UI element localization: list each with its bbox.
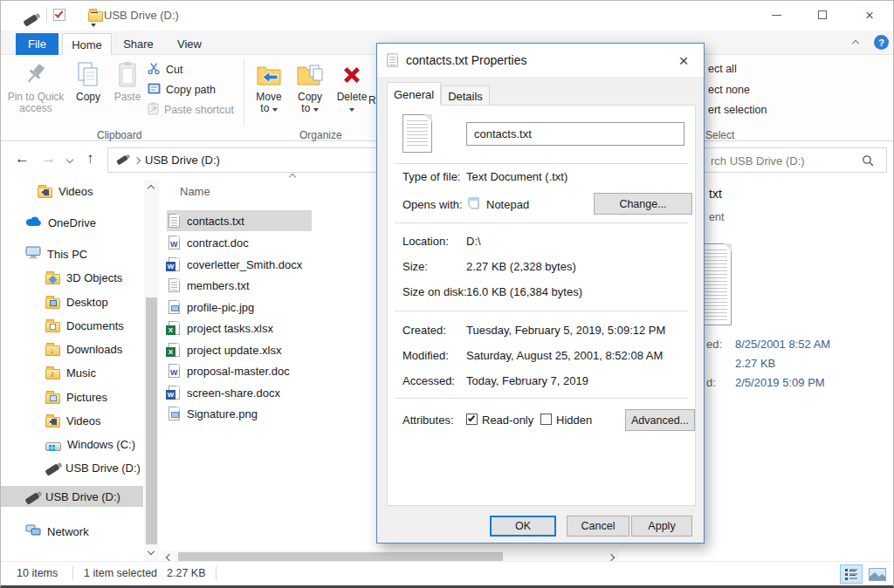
thumbnail-view-button[interactable] xyxy=(866,564,889,584)
scroll-left-icon[interactable] xyxy=(166,554,173,561)
help-icon[interactable]: ? xyxy=(874,35,889,50)
pin-to-quick-access-button[interactable]: Pin to Quick access xyxy=(6,58,65,128)
file-row-contract[interactable]: W contract.doc xyxy=(168,232,249,253)
documents-folder-icon xyxy=(45,322,60,332)
copy-label: Copy xyxy=(76,92,100,103)
apply-button[interactable]: Apply xyxy=(631,516,692,537)
maximize-button[interactable] xyxy=(803,1,842,29)
sidebar-item-usb-drive-child[interactable]: USB Drive (D:) xyxy=(45,457,141,478)
sidebar-item-network[interactable]: Network xyxy=(25,521,89,542)
file-row-contacts[interactable]: contacts.txt xyxy=(167,210,312,231)
copy-button[interactable]: Copy xyxy=(69,58,107,128)
tab-home[interactable]: Home xyxy=(62,33,112,56)
file-row-screen-share[interactable]: W screen-share.docx xyxy=(168,382,280,403)
sidebar-item-videos-quick[interactable]: Videos xyxy=(38,181,93,202)
paste-shortcut-label: Paste shortcut xyxy=(164,104,234,116)
sidebar-item-music[interactable]: ♪ Music xyxy=(45,362,96,383)
sidebar-item-desktop[interactable]: Desktop xyxy=(45,291,108,312)
sidebar-item-downloads[interactable]: ↓ Downloads xyxy=(45,338,122,359)
scroll-down-icon[interactable] xyxy=(148,548,155,555)
readonly-checkbox[interactable] xyxy=(466,414,478,425)
search-icon[interactable] xyxy=(862,154,874,170)
properties-check-icon[interactable] xyxy=(53,9,65,21)
desktop-folder-icon xyxy=(45,298,60,309)
column-header-name[interactable]: Name xyxy=(180,185,210,198)
paste-shortcut-button[interactable]: Paste shortcut xyxy=(148,100,234,120)
tab-general[interactable]: General xyxy=(387,82,441,106)
advanced-button[interactable]: Advanced... xyxy=(625,409,695,431)
details-view-button[interactable] xyxy=(840,564,863,584)
file-row-project-update[interactable]: X project update.xlsx xyxy=(168,339,281,360)
select-none-item[interactable]: ect none xyxy=(708,84,750,96)
back-button[interactable]: ← xyxy=(15,150,30,168)
sidebar-item-pictures[interactable]: Pictures xyxy=(45,386,107,407)
copy-to-button[interactable]: Copy to xyxy=(291,58,329,128)
file-row-members[interactable]: members.txt xyxy=(168,275,250,296)
sidebar-scrollbar-thumb[interactable] xyxy=(146,297,157,544)
copy-path-label: Copy path xyxy=(166,84,216,96)
type-of-file-value: Text Document (.txt) xyxy=(466,170,567,183)
file-row-proposal-master[interactable]: W proposal-master.doc xyxy=(168,360,290,381)
qat-dropdown-caret[interactable] xyxy=(91,12,98,31)
tab-details[interactable]: Details xyxy=(441,85,490,106)
excel-file-icon: X xyxy=(168,343,180,357)
file-row-coverletter[interactable]: W coverletter_Smith.docx xyxy=(168,254,302,275)
copy-to-label1: Copy xyxy=(298,91,322,103)
hidden-label: Hidden xyxy=(556,414,592,427)
forward-button[interactable]: → xyxy=(41,150,56,168)
hidden-checkbox[interactable] xyxy=(540,414,552,425)
size-value: 2.27 KB xyxy=(735,357,775,370)
file-row-profile-pic[interactable]: profile-pic.jpg xyxy=(168,297,254,318)
copy-path-button[interactable]: Copy path xyxy=(148,80,216,99)
opens-with-value: Notepad xyxy=(486,198,529,211)
selected-count: 1 item selected xyxy=(84,567,157,579)
minimize-ribbon-icon[interactable] xyxy=(852,40,859,47)
scroll-up-icon[interactable] xyxy=(148,185,155,192)
file-row-signature[interactable]: Signature.png xyxy=(168,403,258,424)
move-to-button[interactable]: Move to xyxy=(249,58,289,128)
tab-view[interactable]: View xyxy=(167,33,212,55)
close-button[interactable]: × xyxy=(850,1,889,29)
recent-locations-caret[interactable] xyxy=(66,156,73,163)
dialog-close-icon[interactable]: × xyxy=(672,51,695,72)
minimize-button[interactable] xyxy=(757,1,795,29)
created-label: Created: xyxy=(402,324,446,337)
cut-button[interactable]: Cut xyxy=(148,60,182,79)
tab-file[interactable]: File xyxy=(16,33,58,55)
change-button[interactable]: Change... xyxy=(594,193,692,215)
select-all-item[interactable]: ect all xyxy=(708,63,737,75)
title-bar: USB Drive (D:) × xyxy=(1,1,893,31)
paste-button[interactable]: Paste xyxy=(109,58,146,128)
file-row-project-tasks[interactable]: X project tasks.xlsx xyxy=(168,318,273,338)
search-input[interactable]: rch USB Drive (D:) xyxy=(691,147,887,173)
sidebar-item-windows-c[interactable]: Windows (C:) xyxy=(45,434,135,455)
type-of-file-label: Type of file: xyxy=(402,170,460,183)
computer-icon xyxy=(25,246,41,262)
breadcrumb-path[interactable]: USB Drive (D:) xyxy=(145,154,220,167)
sidebar-item-3d-objects[interactable]: 3D Objects xyxy=(45,267,122,288)
paste-icon xyxy=(117,58,138,92)
sidebar-item-usb-drive-selected[interactable]: USB Drive (D:) xyxy=(1,486,143,507)
sidebar-item-videos[interactable]: Videos xyxy=(45,410,101,431)
invert-selection-item[interactable]: ert selection xyxy=(708,104,767,116)
size-on-disk-label: Size on disk: xyxy=(402,285,467,298)
scroll-right-icon[interactable] xyxy=(608,554,615,561)
word-docx-icon: W xyxy=(168,386,180,400)
cancel-button[interactable]: Cancel xyxy=(567,516,629,537)
sidebar-scrollbar[interactable] xyxy=(144,180,159,561)
qat-separator xyxy=(46,9,47,23)
delete-button[interactable]: Delete xyxy=(333,58,371,128)
downloads-folder-icon: ↓ xyxy=(45,345,60,356)
move-to-label2: to xyxy=(260,102,269,114)
tab-share[interactable]: Share xyxy=(115,33,162,55)
sidebar-item-this-pc[interactable]: This PC xyxy=(25,243,87,264)
sidebar-item-documents[interactable]: Documents xyxy=(45,315,124,336)
copy-icon xyxy=(76,58,100,92)
filename-input[interactable]: contacts.txt xyxy=(466,122,684,146)
move-to-icon xyxy=(255,58,283,92)
dialog-general-page: contacts.txt Type of file: Text Document… xyxy=(387,105,696,506)
up-button[interactable]: ↑ xyxy=(86,150,94,168)
rename-label-fragment: R xyxy=(368,94,376,106)
ok-button[interactable]: OK xyxy=(490,516,556,537)
sidebar-item-onedrive[interactable]: OneDrive xyxy=(25,212,96,233)
